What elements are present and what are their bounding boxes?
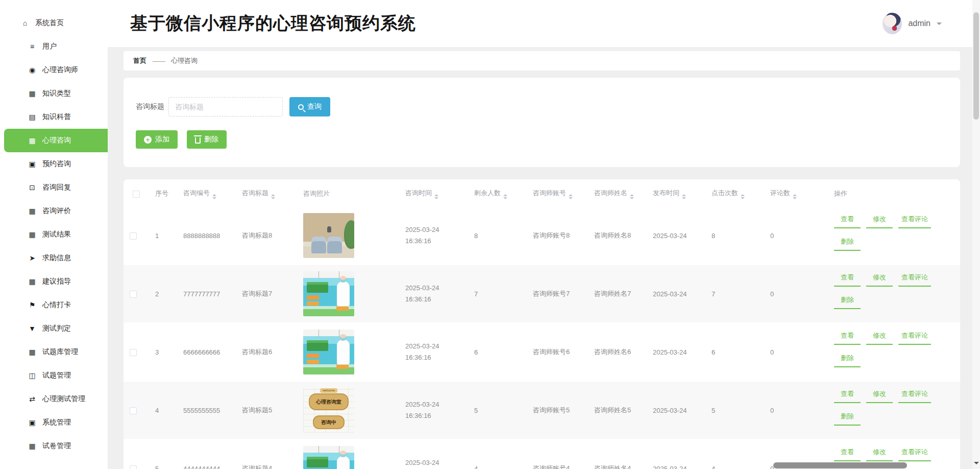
grid-icon: ▦ <box>27 277 38 286</box>
view-button[interactable]: 查看 <box>834 271 861 287</box>
edit-button[interactable]: 修改 <box>866 271 893 287</box>
sidebar-item-consult-reply[interactable]: ⊡ 咨询回复 <box>0 176 108 199</box>
delete-button[interactable]: 删除 <box>834 294 861 309</box>
sidebar-item-label: 知识科普 <box>42 112 71 122</box>
delete-button[interactable]: 删除 <box>834 236 861 251</box>
sidebar-item-counselors[interactable]: ◉ 心理咨询师 <box>0 58 108 82</box>
search-icon <box>298 104 304 110</box>
sort-icon[interactable] <box>682 194 686 199</box>
view-button[interactable]: 查看 <box>834 213 861 228</box>
vertical-scrollbar[interactable] <box>972 0 980 469</box>
add-button[interactable]: + 添加 <box>136 130 178 149</box>
consult-photo <box>303 271 354 316</box>
search-input[interactable] <box>168 97 283 116</box>
cell-consult-code: 8888888888 <box>177 207 236 265</box>
query-button[interactable]: 查询 <box>289 97 330 116</box>
cell-comments: 0 <box>764 207 828 265</box>
sidebar-item-paper-manage[interactable]: ▦ 试卷管理 <box>0 434 108 458</box>
sidebar-item-label: 测试结果 <box>42 230 71 239</box>
view-comments-button[interactable]: 查看评论 <box>898 330 931 345</box>
cell-consult-code: 5555555555 <box>177 381 236 439</box>
sort-icon[interactable] <box>630 194 634 199</box>
send-icon: ➤ <box>27 254 38 262</box>
delete-button[interactable]: 删除 <box>834 410 861 426</box>
sidebar-item-home[interactable]: ⌂ 系统首页 <box>0 11 108 35</box>
row-checkbox[interactable] <box>130 349 137 356</box>
grid-icon: ▦ <box>27 207 38 215</box>
view-comments-button[interactable]: 查看评论 <box>898 213 931 228</box>
cell-actions: 查看修改查看评论 删除 <box>828 207 960 265</box>
column-header: 剩余人数 <box>468 180 527 207</box>
sidebar-item-label: 系统首页 <box>35 18 64 28</box>
sort-icon[interactable] <box>793 194 797 199</box>
cell-index: 3 <box>149 323 177 381</box>
consult-photo <box>303 213 354 258</box>
sidebar-item-appointment[interactable]: ▣ 预约咨询 <box>0 152 108 176</box>
sidebar-item-question-manage[interactable]: ◫ 试题管理 <box>0 364 108 387</box>
plus-icon: + <box>144 136 152 144</box>
column-header: 咨询时间 <box>399 180 468 207</box>
sidebar-item-help-info[interactable]: ➤ 求助信息 <box>0 246 108 270</box>
sidebar-item-label: 建议指导 <box>42 277 71 286</box>
edit-button[interactable]: 修改 <box>866 330 893 345</box>
select-all-checkbox[interactable] <box>133 191 140 198</box>
row-checkbox[interactable] <box>130 232 137 240</box>
vertical-scrollbar-thumb[interactable] <box>973 12 979 120</box>
view-comments-button[interactable]: 查看评论 <box>898 271 931 287</box>
sort-icon[interactable] <box>434 194 438 199</box>
data-table-card: 序号咨询编号咨询标题咨询照片咨询时间剩余人数咨询师账号咨询师姓名发布时间点击次数… <box>124 179 960 469</box>
cell-actions: 查看修改查看评论 删除 <box>828 265 960 323</box>
scroll-down-arrow-icon[interactable] <box>974 462 979 467</box>
search-label: 咨询标题 <box>136 102 164 111</box>
horizontal-scrollbar-thumb[interactable] <box>773 462 907 468</box>
sidebar-item-guidance[interactable]: ▦ 建议指导 <box>0 270 108 293</box>
delete-button[interactable]: 删除 <box>187 130 227 149</box>
edit-button[interactable]: 修改 <box>866 213 893 228</box>
view-button[interactable]: 查看 <box>834 330 861 345</box>
sidebar-item-question-bank[interactable]: ▦ 试题库管理 <box>0 340 108 364</box>
page-title: 基于微信小程序的心理咨询预约系统 <box>130 12 416 35</box>
cell-publish-time: 2025-03-24 <box>647 265 705 323</box>
cell-clicks: 5 <box>705 381 764 439</box>
edit-button[interactable]: 修改 <box>866 388 893 403</box>
cell-comments: 0 <box>764 323 828 381</box>
sidebar-item-system-manage[interactable]: ▣ 系统管理 <box>0 411 108 434</box>
sidebar-item-test-result[interactable]: ▦ 测试结果 <box>0 223 108 246</box>
edit-button[interactable]: 修改 <box>866 446 893 461</box>
view-button[interactable]: 查看 <box>834 388 861 403</box>
delete-button[interactable]: 删除 <box>834 352 861 367</box>
view-comments-button[interactable]: 查看评论 <box>898 446 931 461</box>
cell-publish-time: 2025-03-24 <box>647 381 705 439</box>
sidebar-item-knowledge-type[interactable]: ▦ 知识类型 <box>0 82 108 105</box>
column-header: 咨询编号 <box>177 180 236 207</box>
user-menu[interactable]: admin <box>883 0 942 47</box>
sidebar-item-psych-test-manage[interactable]: ⇄ 心理测试管理 <box>0 387 108 411</box>
avatar[interactable] <box>883 13 902 34</box>
sidebar-item-counseling[interactable]: ▦ 心理咨询 <box>4 129 108 152</box>
column-header: 发布时间 <box>647 180 705 207</box>
grid-icon: ▦ <box>27 89 38 98</box>
row-checkbox[interactable] <box>130 465 137 469</box>
consult-photo <box>303 330 354 374</box>
cell-index: 1 <box>149 207 177 265</box>
cell-remaining: 7 <box>468 265 527 323</box>
sort-icon[interactable] <box>741 194 745 199</box>
view-button[interactable]: 查看 <box>834 446 861 461</box>
sidebar-item-test-judge[interactable]: ▼ 测试判定 <box>0 317 108 340</box>
sort-icon[interactable] <box>569 194 573 199</box>
cell-index: 2 <box>149 265 177 323</box>
breadcrumb-home[interactable]: 首页 <box>133 56 146 65</box>
row-checkbox[interactable] <box>130 407 137 414</box>
sort-icon[interactable] <box>271 194 275 199</box>
sidebar-item-knowledge-science[interactable]: ▤ 知识科普 <box>0 105 108 129</box>
row-checkbox[interactable] <box>130 291 137 298</box>
column-header: 点击次数 <box>705 180 764 207</box>
view-comments-button[interactable]: 查看评论 <box>898 388 931 403</box>
sidebar-item-mood-checkin[interactable]: ⚑ 心情打卡 <box>0 293 108 317</box>
sort-icon[interactable] <box>503 194 507 199</box>
sidebar-item-users[interactable]: ≡ 用户 <box>0 35 108 58</box>
cell-index: 5 <box>149 439 177 469</box>
cell-consult-time: 2025-03-2416:36:16 <box>399 323 468 381</box>
sidebar-item-consult-review[interactable]: ▦ 咨询评价 <box>0 199 108 223</box>
sort-icon[interactable] <box>212 194 216 199</box>
